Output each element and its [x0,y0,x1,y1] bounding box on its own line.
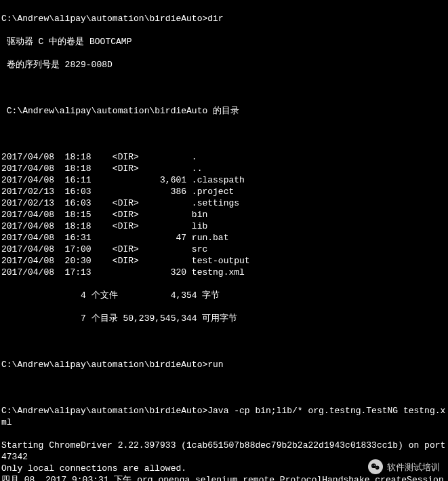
prompt-line: C:\Andrew\alipay\automation\birdieAuto>r… [1,359,447,370]
blank [1,336,447,347]
svg-point-1 [375,466,380,470]
dir-entry: 2017/04/08 20:30 <DIR> test-output [1,255,447,267]
serial-info: 卷的序列号是 2829-008D [1,59,447,71]
dir-entry: 2017/04/08 16:31 47 run.bat [1,232,447,244]
dir-entry: 2017/04/08 18:18 <DIR> . [1,151,447,163]
svg-point-0 [371,463,376,468]
log-line: 四月 08, 2017 9:03:31 下午 org.openqa.seleni… [1,474,447,481]
blank [1,128,447,140]
svg-point-4 [376,467,377,467]
svg-point-2 [373,465,373,465]
watermark: 软件测试培训 [368,459,440,474]
summary-dirs: 7 个目录 50,239,545,344 可用字节 [1,313,447,324]
svg-point-5 [378,467,378,467]
blank [1,382,447,393]
prompt-path: C:\Andrew\alipay\automation\birdieAuto> [1,14,207,24]
blank [1,82,447,94]
dir-entry: 2017/04/08 17:13 320 testng.xml [1,267,447,278]
svg-point-3 [374,465,375,465]
dir-entry: 2017/04/08 18:18 <DIR> lib [1,220,447,232]
prompt-cmd: run [207,360,223,370]
dir-entry: 2017/04/08 17:00 <DIR> src [1,244,447,255]
prompt-line: C:\Andrew\alipay\automation\birdieAuto>d… [1,13,447,24]
prompt-path: C:\Andrew\alipay\automation\birdieAuto> [1,406,207,416]
drive-info: 驱动器 C 中的卷是 BOOTCAMP [1,36,447,47]
terminal-output[interactable]: C:\Andrew\alipay\automation\birdieAuto>d… [0,0,448,481]
dir-listing: 2017/04/08 18:18 <DIR> .2017/04/08 18:18… [1,151,447,278]
dir-entry: 2017/02/13 16:03 <DIR> .settings [1,197,447,209]
dir-entry: 2017/04/08 16:11 3,601 .classpath [1,174,447,186]
dir-entry: 2017/04/08 18:18 <DIR> .. [1,163,447,174]
summary-files: 4 个文件 4,354 字节 [1,290,447,301]
dir-entry: 2017/04/08 18:15 <DIR> bin [1,209,447,220]
wechat-icon [368,459,383,474]
watermark-text: 软件测试培训 [387,461,440,473]
prompt-cmd: dir [207,14,223,24]
dir-of: C:\Andrew\alipay\automation\birdieAuto 的… [1,105,447,117]
prompt-line: C:\Andrew\alipay\automation\birdieAuto>J… [1,405,447,428]
prompt-path: C:\Andrew\alipay\automation\birdieAuto> [1,360,207,370]
dir-entry: 2017/02/13 16:03 386 .project [1,186,447,197]
